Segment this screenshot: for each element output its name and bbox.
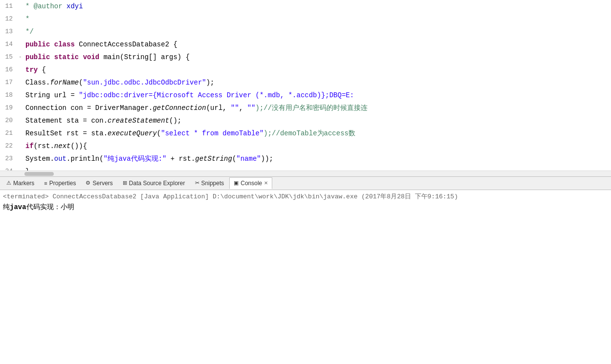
code-text: System.out.println("纯java代码实现:" + rst.ge… <box>23 152 273 165</box>
code-line: 20 Statement sta = con.createStatement()… <box>0 114 611 127</box>
code-text: Class.forName("sun.jdbc.odbc.JdbcOdbcDri… <box>23 76 215 89</box>
tab-icon-servers: ⚙ <box>86 180 90 186</box>
tab-icon-markers: ⚠ <box>6 180 11 186</box>
tab-label-markers: Markers <box>13 180 34 187</box>
line-number: 23 <box>0 152 19 165</box>
code-line: 24 } <box>0 165 611 171</box>
code-text: * <box>23 13 29 25</box>
code-line: 14public class ConnectAccessDatabase2 { <box>0 38 611 51</box>
code-line: 13 */ <box>0 25 611 38</box>
code-text: Connection con = DriverManager.getConnec… <box>23 102 368 114</box>
tab-label-datasource: Data Source Explorer <box>129 180 185 187</box>
tab-snippets[interactable]: ✂Snippets <box>191 177 229 189</box>
code-text: public class ConnectAccessDatabase2 { <box>23 38 177 51</box>
line-number: 12 <box>0 13 19 25</box>
code-text: if(rst.next()){ <box>23 140 87 152</box>
line-number: 19 <box>0 102 19 114</box>
console-terminated-line: <terminated> ConnectAccessDatabase2 [Jav… <box>3 192 608 201</box>
line-number: 18 <box>0 89 19 102</box>
code-line: 21 ResultSet rst = sta.executeQuery("sel… <box>0 127 611 140</box>
line-number: 15 <box>0 51 19 64</box>
tab-properties[interactable]: ≡Properties <box>40 177 80 189</box>
line-number: 16 <box>0 64 19 76</box>
line-number: 20 <box>0 114 19 127</box>
tab-icon-properties: ≡ <box>44 180 47 186</box>
code-text: ResultSet rst = sta.executeQuery("select… <box>23 127 355 140</box>
tab-servers[interactable]: ⚙Servers <box>81 177 117 189</box>
line-number: 24 <box>0 165 19 171</box>
tab-console[interactable]: ▣Console✕ <box>229 177 272 189</box>
code-text: */ <box>23 25 34 38</box>
scrollbar-thumb[interactable] <box>24 172 54 176</box>
tab-markers[interactable]: ⚠Markers <box>2 177 39 189</box>
code-line: 16 try { <box>0 64 611 76</box>
tab-label-console: Console <box>240 180 262 187</box>
line-number: 11 <box>0 0 19 13</box>
tab-datasource[interactable]: ⊞Data Source Explorer <box>118 177 190 189</box>
code-text: public static void main(String[] args) { <box>23 51 190 64</box>
code-text: try { <box>23 64 46 76</box>
line-number: 21 <box>0 127 19 140</box>
code-line: 17 Class.forName("sun.jdbc.odbc.JdbcOdbc… <box>0 76 611 89</box>
code-text: * @author xdyi <box>23 0 83 13</box>
console-output-panel: <terminated> ConnectAccessDatabase2 [Jav… <box>0 190 611 364</box>
code-line: 22 if(rst.next()){ <box>0 140 611 152</box>
line-number: 17 <box>0 76 19 89</box>
tab-icon-snippets: ✂ <box>195 180 199 186</box>
code-line: 18 String url = "jdbc:odbc:driver={Micro… <box>0 89 611 102</box>
code-text: Statement sta = con.createStatement(); <box>23 114 181 127</box>
code-line: 23 System.out.println("纯java代码实现:" + rst… <box>0 152 611 165</box>
line-number: 14 <box>0 38 19 51</box>
horizontal-scrollbar[interactable] <box>0 171 611 176</box>
bottom-tab-bar: ⚠Markers≡Properties⚙Servers⊞Data Source … <box>0 176 611 190</box>
tab-label-snippets: Snippets <box>201 180 224 187</box>
code-line: 12 * <box>0 13 611 25</box>
tab-label-servers: Servers <box>92 180 112 187</box>
tab-icon-console: ▣ <box>234 180 239 186</box>
line-marker: ◦ <box>19 51 23 64</box>
line-number: 13 <box>0 25 19 38</box>
tab-label-properties: Properties <box>49 180 76 187</box>
tab-icon-datasource: ⊞ <box>123 180 127 186</box>
code-line: 15◦ public static void main(String[] arg… <box>0 51 611 64</box>
code-text: String url = "jdbc:odbc:driver={Microsof… <box>23 89 354 102</box>
code-editor: 11 * @author xdyi12 *13 */14public class… <box>0 0 611 171</box>
code-line: 19 Connection con = DriverManager.getCon… <box>0 102 611 114</box>
code-content: 11 * @author xdyi12 *13 */14public class… <box>0 0 611 171</box>
code-line: 11 * @author xdyi <box>0 0 611 13</box>
code-text: } <box>23 165 29 171</box>
tab-close-console[interactable]: ✕ <box>264 180 268 186</box>
console-result-line: 纯java代码实现：小明 <box>3 203 608 212</box>
line-number: 22 <box>0 140 19 152</box>
